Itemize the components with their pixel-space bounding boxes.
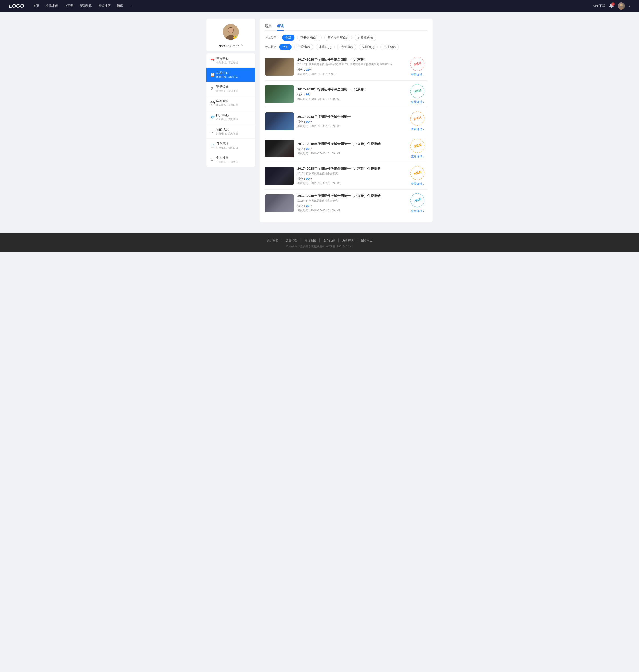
sidebar-settings-label: 个人设置 (216, 156, 251, 160)
exam-time-5: 考试时间：2019–05–03 10：09：09 (297, 181, 404, 185)
sidebar-item-message[interactable]: 🗨 我的消息 消息通知、及时了解 (206, 124, 255, 139)
exam-detail-link-2[interactable]: 查看详情 › (411, 100, 424, 104)
exam-action-3: 待考试 查看详情 › (407, 111, 427, 131)
nav-home[interactable]: 首页 (33, 4, 39, 8)
chevron-right-icon: › (423, 155, 424, 158)
chevron-right-icon: › (423, 182, 424, 186)
tab-exam[interactable]: 考试 (277, 24, 283, 30)
user-menu-chevron[interactable]: ▾ (629, 4, 630, 7)
sidebar-message-label: 我的消息 (216, 128, 251, 131)
notification-badge: 1 (611, 2, 614, 5)
exam-title-1: 2017–2018年行测证件考试全国统一（北京卷） (297, 58, 404, 62)
sidebar-qa-label: 学习问答 (216, 99, 251, 103)
sidebar-item-account[interactable]: 💎 账户中心 个人权益、实时掌握 (206, 110, 255, 124)
type-filter-paid[interactable]: 付费批卷(6) (355, 35, 376, 41)
sidebar-cert-label: 证书荣誉 (216, 85, 251, 89)
chevron-right-icon: › (423, 73, 424, 77)
type-filter-all[interactable]: 全部 (282, 35, 294, 41)
exam-detail-link-3[interactable]: 查看详情 › (411, 127, 424, 131)
navbar-right: APP下载 1 ▾ (593, 2, 630, 10)
nav-question[interactable]: 题库 (117, 4, 123, 8)
status-filter-bar: 考试状态 全部 已通过(2) 未通过(2) 待考试(2) 待批阅(2) 已批阅(… (265, 44, 427, 50)
profile-edit-icon[interactable]: ✎ (241, 44, 243, 47)
exam-score-2: 得分：99分 (297, 93, 404, 96)
navbar: LOGO 首页 发现课程 公开课 新闻资讯 问答社区 题库 ··· APP下载 … (0, 0, 639, 12)
qa-icon: 💬 (211, 101, 216, 105)
exam-detail-link-5[interactable]: 查看详情 › (411, 182, 424, 186)
exam-title-5: 2017–2018年行测证件考试全国统一（北京卷）付费批卷 (297, 166, 404, 171)
exam-list: 2017–2018年行测证件考试全国统一（北京卷） 2018年行测考试是最值得多… (265, 53, 427, 217)
sidebar-qa-sub: 课后重温、疑难解答 (216, 103, 251, 107)
status-filter-pending[interactable]: 待考试(2) (337, 44, 356, 50)
sidebar-item-course[interactable]: 📅 课程中心 精彩课程、不容错过 (206, 53, 255, 68)
exam-score-6: 得分：25分 (297, 204, 404, 208)
sidebar-item-order[interactable]: 📄 订单管理 订单支出、明明白白 (206, 139, 255, 153)
exam-time-3: 考试时间：2019–05–03 10：09：09 (297, 124, 404, 128)
exam-thumb-3 (265, 112, 294, 130)
account-icon: 💎 (211, 115, 216, 119)
sidebar-message-sub: 消息通知、及时了解 (216, 132, 251, 135)
exam-detail-link-4[interactable]: 查看详情 › (411, 155, 424, 159)
status-filter-review[interactable]: 待批阅(2) (359, 44, 378, 50)
footer-copyright: Copyright© 云朵商学院 版权所有 京ICP备17051340号–1 (0, 245, 639, 249)
exam-thumb-2 (265, 85, 294, 103)
nav-open[interactable]: 公开课 (64, 4, 74, 8)
top-tabs: 题库 考试 (265, 24, 427, 31)
order-icon: 📄 (211, 144, 216, 148)
exam-score-5: 得分：99分 (297, 177, 404, 181)
svg-point-0 (620, 4, 623, 6)
course-icon: 📅 (211, 58, 216, 63)
sidebar-question-sub: 海量习题、助力通关 (216, 75, 251, 79)
type-filter-cert[interactable]: 证书类考试(4) (297, 35, 322, 41)
sidebar-item-question[interactable]: 📋 题库中心 海量习题、助力通关 (206, 68, 255, 82)
exam-score-3: 得分：99分 (297, 120, 404, 124)
footer-link-5[interactable]: 招贤纳士 (357, 238, 376, 242)
chevron-right-icon: › (423, 128, 424, 131)
chevron-right-icon: › (423, 100, 424, 104)
footer-link-2[interactable]: 网站地图 (301, 238, 320, 242)
exam-stamp-4: 待批阅 (409, 137, 426, 154)
type-filter-random[interactable]: 随机抽题考试(5) (324, 35, 352, 41)
avatar[interactable] (618, 2, 625, 10)
tab-question-bank[interactable]: 题库 (265, 24, 271, 30)
exam-title-4: 2017–2018年行测证件考试全国统一（北京卷）付费批卷 (297, 142, 404, 146)
exam-item-6: 2017–2018年行测证件考试全国统一（北京卷）付费批卷 2018年行测考试是… (265, 190, 427, 217)
exam-item-5: 2017–2018年行测证件考试全国统一（北京卷）付费批卷 2018年行测考试是… (265, 162, 427, 190)
chevron-right-icon: › (423, 210, 424, 213)
nav-news[interactable]: 新闻资讯 (80, 4, 92, 8)
sidebar-item-cert[interactable]: 🎖 证书荣誉 收获荣誉、持证上岗 (206, 82, 255, 96)
footer-link-0[interactable]: 关于我们 (263, 238, 282, 242)
exam-title-2: 2017–2018年行测证件考试全国统一（北京卷） (297, 87, 404, 92)
exam-stamp-5: 待批阅 (409, 164, 426, 182)
type-filter-bar: 考试类型： 全部 证书类考试(4) 随机抽题考试(5) 付费批卷(6) (265, 35, 427, 41)
notification-bell[interactable]: 1 (609, 3, 614, 9)
nav-discover[interactable]: 发现课程 (46, 4, 58, 8)
status-filter-all[interactable]: 全部 (279, 44, 292, 50)
sidebar-account-sub: 个人权益、实时掌握 (216, 118, 251, 121)
exam-info-5: 2017–2018年行测证件考试全国统一（北京卷）付费批卷 2018年行测考试是… (297, 166, 404, 185)
exam-title-3: 2017–2018年行测证件考试全国统一 (297, 115, 404, 119)
page-wrap: 🏅 Natalie Smith ✎ 📅 课程中心 精彩课程、不容错过 📋 题库中… (202, 12, 437, 233)
sidebar-item-qa[interactable]: 💬 学习问答 课后重温、疑难解答 (206, 96, 255, 110)
footer-link-4[interactable]: 免责声明 (339, 238, 357, 242)
exam-time-6: 考试时间：2019–05–03 10：09：09 (297, 209, 404, 212)
svg-point-1 (619, 7, 623, 10)
nav-more[interactable]: ··· (129, 4, 132, 8)
footer-link-1[interactable]: 加盟代理 (282, 238, 301, 242)
app-download-link[interactable]: APP下载 (593, 4, 605, 8)
status-filter-reviewed[interactable]: 已批阅(2) (380, 44, 399, 50)
exam-stamp-3: 待考试 (409, 110, 426, 127)
sidebar-item-settings[interactable]: ⚙ 个人设置 个人信息、一键管理 (206, 153, 255, 167)
exam-detail-link-1[interactable]: 查看详情 › (411, 73, 424, 77)
footer-link-3[interactable]: 合作伙伴 (320, 238, 339, 242)
status-filter-failed[interactable]: 未通过(2) (316, 44, 334, 50)
status-filter-passed[interactable]: 已通过(2) (294, 44, 313, 50)
logo: LOGO (9, 3, 24, 9)
question-icon: 📋 (211, 73, 216, 77)
exam-desc-1: 2018年行测考试是最值得多去研究 2018年行测考试是最值得多去研究 2018… (297, 63, 404, 66)
sidebar-account-label: 账户中心 (216, 113, 251, 117)
exam-action-1: 未通过 查看详情 › (407, 57, 427, 77)
nav-qa[interactable]: 问答社区 (98, 4, 111, 8)
sidebar-order-label: 订单管理 (216, 142, 251, 146)
exam-detail-link-6[interactable]: 查看详情 › (411, 209, 424, 213)
